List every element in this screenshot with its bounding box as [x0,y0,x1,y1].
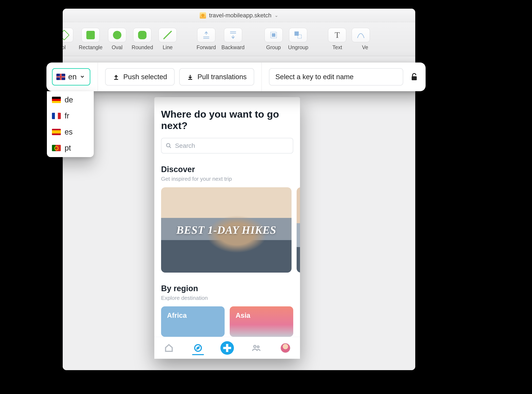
document-title: travel-mobileapp.sketch [209,12,272,19]
tool-forward[interactable]: Forward [196,28,216,51]
tool-rectangle[interactable]: Rectangle [79,28,103,51]
compass-icon [194,343,202,353]
translation-plugin-bar: en Push selected Pull translations Selec… [46,62,426,91]
current-language-code: en [68,73,77,81]
chevron-down-icon [80,73,85,81]
lock-open-icon [411,73,418,81]
discover-card-next[interactable] [297,187,300,273]
flag-fr-icon [52,113,61,119]
push-selected-button[interactable]: Push selected [105,68,175,86]
key-name-field[interactable]: Select a key to edit name [269,68,403,86]
discover-card-hikes[interactable]: BEST 1-DAY HIKES [161,187,292,273]
flag-es-icon [52,129,61,135]
tab-home[interactable] [162,341,176,355]
flag-de-icon [52,97,61,103]
home-icon [165,343,173,353]
title-dropdown-icon[interactable]: ⌄ [274,13,278,18]
tab-profile[interactable] [279,341,292,355]
avatar-icon [280,343,290,353]
flag-pt-icon [52,145,61,151]
mobile-artboard[interactable]: Where do you want to go next? Search Dis… [154,97,300,359]
language-option-fr[interactable]: fr [52,111,89,120]
tool-group[interactable]: Group [264,28,283,51]
tool-vector[interactable]: Ve [352,28,370,51]
tab-add[interactable] [220,341,234,355]
people-icon [252,343,261,353]
discover-subtitle: Get inspired for your next trip [161,176,293,182]
language-option-pt[interactable]: pt [52,144,89,152]
tool-rounded[interactable]: Rounded [132,28,153,51]
sketch-doc-icon [200,12,206,19]
tool-oval[interactable]: Oval [108,28,126,51]
svg-rect-1 [272,34,275,36]
tool-line[interactable]: Line [159,28,177,51]
language-option-es[interactable]: es [52,128,89,136]
svg-point-6 [254,345,256,347]
svg-point-7 [257,346,259,348]
tool-text[interactable]: T Text [328,28,346,51]
download-icon [187,73,194,80]
tab-explore[interactable] [191,341,205,355]
tab-friends[interactable] [249,341,263,355]
search-input[interactable]: Search [161,138,293,154]
bottom-tabbar [154,337,300,359]
tool-ungroup[interactable]: Ungroup [288,28,308,51]
tool-symbol[interactable]: mbol [63,28,73,51]
language-option-de[interactable]: de [52,95,89,104]
pull-translations-button[interactable]: Pull translations [179,68,254,86]
flag-uk-icon [56,74,65,80]
language-dropdown: de fr es pt [47,91,94,157]
lock-button[interactable] [408,68,420,86]
discover-title: Discover [161,165,293,174]
region-card-africa[interactable]: Africa [161,306,225,337]
window-titlebar: travel-mobileapp.sketch ⌄ [63,9,415,22]
tool-backward[interactable]: Backward [222,28,245,51]
region-subtitle: Explore destination [161,295,293,301]
sketch-toolbar: mbol Rectangle Oval Rounded Line Forward… [63,22,415,56]
language-selector[interactable]: en [52,68,90,86]
region-title: By region [161,284,293,293]
svg-point-5 [195,345,201,351]
plus-icon [220,341,234,355]
hero-headline: Where do you want to go next? [161,109,293,131]
upload-icon [113,73,119,80]
search-icon [166,143,172,149]
region-card-asia[interactable]: Asia [230,306,293,337]
svg-point-4 [167,144,170,147]
svg-rect-8 [412,76,417,80]
